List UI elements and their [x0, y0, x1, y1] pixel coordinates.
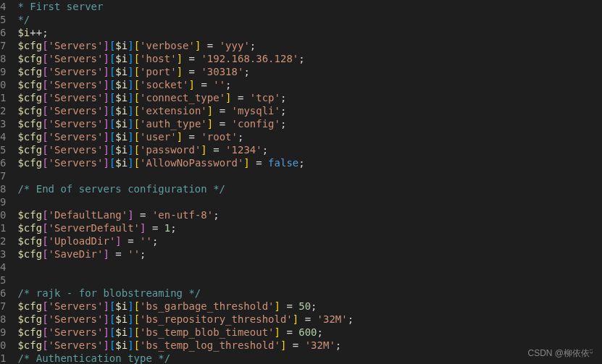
code-line[interactable] [12, 169, 602, 182]
line-number: 8 [0, 313, 6, 326]
line-number: 1 [0, 221, 6, 234]
line-number: 9 [0, 326, 6, 339]
line-number: 2 [0, 234, 6, 247]
code-line[interactable]: $cfg['Servers'][$i]['port'] = '30318'; [12, 65, 602, 78]
code-line[interactable]: /* Authentication type */ [12, 352, 602, 364]
line-number: 7 [0, 169, 6, 182]
line-number: 3 [0, 247, 6, 261]
code-line[interactable]: $cfg['Servers'][$i]['verbose'] = 'yyy'; [12, 39, 602, 52]
code-line[interactable]: $cfg['DefaultLang'] = 'en-utf-8'; [12, 208, 602, 221]
code-line[interactable]: /* End of servers configuration */ [12, 182, 602, 195]
line-number: 7 [0, 300, 6, 313]
code-line[interactable]: $cfg['Servers'][$i]['bs_garbage_threshol… [12, 300, 602, 313]
code-line[interactable] [12, 274, 602, 287]
code-line[interactable] [12, 261, 602, 274]
code-line[interactable]: $cfg['Servers'][$i]['user'] = 'root'; [12, 130, 602, 143]
line-number: 2 [0, 104, 6, 117]
line-number: 4 [0, 0, 6, 13]
line-number: 1 [0, 91, 6, 104]
code-line[interactable]: * First server [12, 0, 602, 13]
code-line[interactable]: $cfg['Servers'][$i]['auth_type'] = 'conf… [12, 117, 602, 130]
code-line[interactable]: $cfg['UploadDir'] = ''; [12, 234, 602, 247]
code-line[interactable]: $i++; [12, 26, 602, 39]
line-number: 0 [0, 78, 6, 91]
code-line[interactable]: $cfg['Servers'][$i]['AllowNoPassword'] =… [12, 156, 602, 169]
line-number-gutter: 45678901234567890123456789012 [0, 0, 12, 364]
code-line[interactable]: $cfg['Servers'][$i]['bs_repository_thres… [12, 313, 602, 326]
line-number: 4 [0, 261, 6, 274]
code-line[interactable] [12, 195, 602, 208]
csdn-watermark: CSDN @柳依依ᵕ̈ [527, 347, 593, 360]
code-line[interactable]: $cfg['Servers'][$i]['connect_type'] = 't… [12, 91, 602, 104]
line-number: 0 [0, 208, 6, 221]
line-number: 6 [0, 156, 6, 169]
line-number: 8 [0, 52, 6, 65]
code-line[interactable]: */ [12, 13, 602, 26]
line-number: 7 [0, 39, 6, 52]
line-number: 4 [0, 130, 6, 143]
code-line[interactable]: $cfg['Servers'][$i]['password'] = '1234'… [12, 143, 602, 156]
line-number: 5 [0, 13, 6, 26]
line-number: 8 [0, 182, 6, 195]
line-number: 1 [0, 352, 6, 364]
line-number: 5 [0, 143, 6, 156]
code-line[interactable]: $cfg['Servers'][$i]['bs_temp_blob_timeou… [12, 326, 602, 339]
code-editor[interactable]: * First server */ $i++; $cfg['Servers'][… [12, 0, 602, 364]
code-line[interactable]: /* rajk - for blobstreaming */ [12, 287, 602, 300]
code-line[interactable]: $cfg['Servers'][$i]['extension'] = 'mysq… [12, 104, 602, 117]
code-line[interactable]: $cfg['Servers'][$i]['socket'] = ''; [12, 78, 602, 91]
line-number: 0 [0, 339, 6, 352]
code-line[interactable]: $cfg['ServerDefault'] = 1; [12, 221, 602, 234]
line-number: 6 [0, 26, 6, 39]
code-line[interactable]: $cfg['SaveDir'] = ''; [12, 247, 602, 261]
line-number: 6 [0, 287, 6, 300]
line-number: 5 [0, 274, 6, 287]
line-number: 3 [0, 117, 6, 130]
code-line[interactable]: $cfg['Servers'][$i]['bs_temp_log_thresho… [12, 339, 602, 352]
line-number: 9 [0, 195, 6, 208]
line-number: 9 [0, 65, 6, 78]
code-line[interactable]: $cfg['Servers'][$i]['host'] = '192.168.3… [12, 52, 602, 65]
